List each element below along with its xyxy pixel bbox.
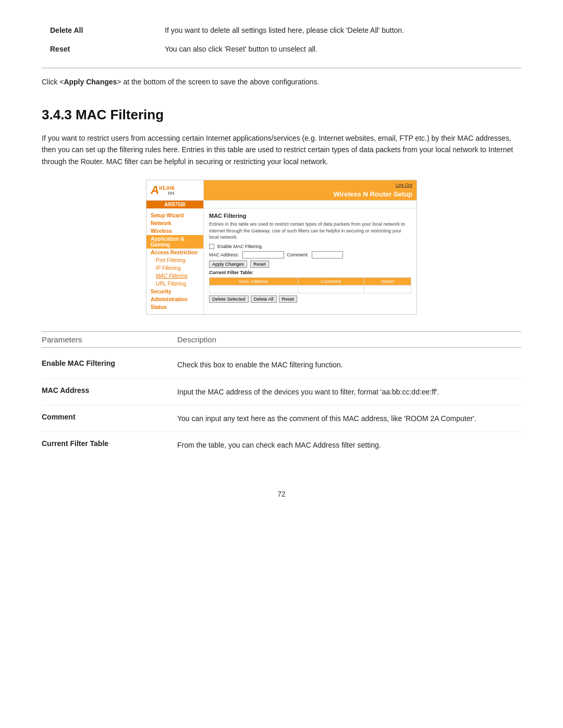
- filter-table-empty-comment: [298, 285, 364, 293]
- filter-table-header-select: Select: [364, 277, 411, 285]
- param-desc-comment: You can input any text here as the comme…: [177, 413, 521, 424]
- param-row-current-filter-table: Current Filter Table From the table, you…: [42, 432, 521, 458]
- filter-table-empty-mac: [210, 285, 298, 293]
- airlink-101: 101: [159, 191, 175, 195]
- delete-all-row: Delete All If you want to delete all set…: [42, 21, 521, 40]
- sidebar-item-setup-wizard[interactable]: Setup Wizard: [146, 212, 203, 219]
- apply-changes-note: Click <Apply Changes> at the bottom of t…: [42, 78, 521, 86]
- sidebar-item-app-gaming[interactable]: Application & Gaming: [146, 235, 203, 249]
- router-title-text: Wireless N Router Setup: [333, 190, 412, 198]
- router-content: MAC Filtering Entries in this table are …: [204, 208, 417, 314]
- router-logout-link[interactable]: Log Out: [396, 182, 412, 188]
- param-row-comment: Comment You can input any text here as t…: [42, 405, 521, 432]
- bottom-reset-button[interactable]: Reset: [279, 295, 298, 303]
- top-param-section: Delete All If you want to delete all set…: [42, 21, 521, 86]
- mac-address-row: MAC Address: Comment:: [209, 251, 411, 258]
- router-header-row: A irLink 101 Log Out Wireless N Router S…: [146, 180, 417, 201]
- filter-table-header-mac: MAC Address: [210, 277, 298, 285]
- sidebar-item-ip-filtering[interactable]: IP Filtering: [146, 264, 203, 272]
- params-header-desc: Description: [177, 335, 521, 344]
- delete-all-label: Delete All: [42, 21, 156, 40]
- bottom-buttons-row: Delete Selected Delete All Reset: [209, 295, 411, 303]
- param-name-mac-address: MAC Address: [42, 386, 177, 394]
- sidebar-item-status[interactable]: Status: [146, 303, 203, 311]
- filter-table-empty-select: [364, 285, 411, 293]
- enable-mac-row: Enable MAC Filtering: [209, 244, 411, 249]
- sidebar-item-network[interactable]: Network: [146, 219, 203, 227]
- mac-address-label: MAC Address:: [209, 252, 239, 257]
- reset-button[interactable]: Reset: [250, 261, 269, 268]
- params-header: Parameters Description: [42, 331, 521, 348]
- param-row-mac-address: MAC Address Input the MAC address of the…: [42, 379, 521, 405]
- top-param-table: Delete All If you want to delete all set…: [42, 21, 521, 58]
- router-logo-area: A irLink 101: [146, 180, 204, 201]
- airlink-a-letter: A: [151, 183, 159, 197]
- mac-address-input[interactable]: [242, 251, 284, 258]
- delete-selected-button[interactable]: Delete Selected: [209, 295, 249, 303]
- router-model-bar: AR875W: [146, 201, 417, 208]
- reset-label: Reset: [42, 40, 156, 58]
- sidebar-item-access-restriction[interactable]: Access Restriction: [146, 249, 203, 256]
- top-divider: [42, 68, 521, 68]
- filter-table-empty-row: [210, 285, 411, 293]
- router-content-title: MAC Filtering: [209, 213, 411, 219]
- reset-row: Reset You can also click 'Reset' button …: [42, 40, 521, 58]
- params-header-name: Parameters: [42, 335, 177, 344]
- enable-mac-label: Enable MAC Filtering: [217, 244, 262, 249]
- sidebar-item-security[interactable]: Security: [146, 288, 203, 295]
- param-desc-current-filter-table: From the table, you can check each MAC A…: [177, 439, 521, 451]
- sidebar-item-wireless[interactable]: Wireless: [146, 227, 203, 235]
- router-body: Setup Wizard Network Wireless Applicatio…: [146, 208, 417, 314]
- filter-table: MAC Address Comment Select: [209, 277, 411, 293]
- airlink-irlink: irLink: [159, 185, 175, 191]
- apply-reset-row: Apply Changes Reset: [209, 261, 411, 268]
- router-model-label: AR875W: [146, 201, 204, 208]
- section-description: If you want to restrict users from acces…: [42, 132, 521, 167]
- router-sidebar: Setup Wizard Network Wireless Applicatio…: [146, 208, 204, 314]
- airlink-text-block: irLink 101: [159, 185, 175, 195]
- filter-table-header-row: MAC Address Comment Select: [210, 277, 411, 285]
- param-desc-enable-mac: Check this box to enable the MAC filteri…: [177, 359, 521, 371]
- filter-table-header-comment: Comment: [298, 277, 364, 285]
- comment-input[interactable]: [312, 251, 343, 258]
- param-name-enable-mac: Enable MAC Filtering: [42, 359, 177, 367]
- section-heading: 3.4.3 MAC Filtering: [42, 107, 521, 123]
- sidebar-item-port-filtering[interactable]: Port Filtering: [146, 256, 203, 264]
- enable-mac-checkbox[interactable]: [209, 244, 214, 249]
- sidebar-item-url-filtering[interactable]: URL Filtering: [146, 280, 203, 288]
- delete-all-desc: If you want to delete all settings liste…: [156, 21, 521, 40]
- current-filter-label: Current Filter Table:: [209, 270, 411, 275]
- sidebar-item-administration[interactable]: Administration: [146, 295, 203, 303]
- sidebar-item-mac-filtering[interactable]: MAC Filtering: [146, 272, 203, 280]
- param-name-current-filter-table: Current Filter Table: [42, 439, 177, 448]
- params-section: Parameters Description Enable MAC Filter…: [42, 331, 521, 459]
- apply-changes-strong: Apply Changes: [64, 78, 117, 86]
- comment-label: Comment:: [287, 252, 309, 257]
- airlink-logo: A irLink 101: [151, 183, 199, 197]
- page-number: 72: [42, 490, 521, 498]
- router-ui-mockup: A irLink 101 Log Out Wireless N Router S…: [146, 180, 417, 315]
- param-name-comment: Comment: [42, 413, 177, 421]
- param-row-enable-mac: Enable MAC Filtering Check this box to e…: [42, 352, 521, 378]
- router-title-area: Log Out Wireless N Router Setup: [204, 180, 417, 201]
- apply-changes-button[interactable]: Apply Changes: [209, 261, 247, 268]
- router-content-desc: Entries in this table are used to restri…: [209, 221, 411, 241]
- reset-desc: You can also click 'Reset' button to uns…: [156, 40, 521, 58]
- param-desc-mac-address: Input the MAC address of the devices you…: [177, 386, 521, 398]
- delete-all-button[interactable]: Delete All: [251, 295, 277, 303]
